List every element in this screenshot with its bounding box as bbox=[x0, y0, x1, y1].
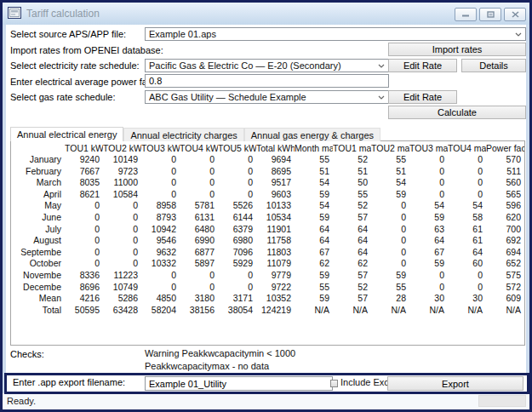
table-cell: 55 bbox=[295, 282, 333, 294]
titlebar[interactable]: Tariff calculation bbox=[3, 3, 529, 25]
table-cell: 67 bbox=[409, 247, 448, 259]
table-row[interactable]: Mean421652864850318031711035259572830306… bbox=[11, 293, 524, 305]
table-cell: 55 bbox=[295, 154, 333, 166]
gas-rate-dropdown[interactable]: ABC Gas Utility — Schedule Example bbox=[145, 90, 389, 104]
table-cell: 0 bbox=[371, 200, 409, 212]
table-cell: 4850 bbox=[141, 293, 180, 305]
table-cell: 38156 bbox=[180, 305, 218, 317]
import-rates-button[interactable]: Import rates bbox=[388, 43, 526, 56]
table-cell: 64 bbox=[333, 235, 371, 247]
table-cell: 10352 bbox=[256, 293, 295, 305]
details-button[interactable]: Details bbox=[461, 59, 526, 72]
table-row[interactable]: June0087936131614410534595705958620 bbox=[11, 212, 524, 224]
edit-gas-rate-button[interactable]: Edit Rate bbox=[388, 90, 457, 104]
table-cell: 52 bbox=[333, 282, 371, 294]
table-cell: 0 bbox=[103, 212, 141, 224]
table-row[interactable]: Total5059563428582043815638054124219N/AN… bbox=[11, 305, 524, 317]
table-cell: 0 bbox=[371, 235, 409, 247]
table-row[interactable]: March803511000000951754505400560 bbox=[11, 177, 524, 189]
export-filename-input[interactable] bbox=[149, 377, 329, 390]
table-cell: 6131 bbox=[180, 212, 218, 224]
table-cell: 8695 bbox=[256, 166, 295, 178]
calculate-button[interactable]: Calculate bbox=[388, 106, 526, 119]
power-factor-field[interactable] bbox=[145, 74, 389, 88]
table-cell: 51 bbox=[295, 166, 333, 178]
table-cell: 59 bbox=[371, 270, 409, 282]
table-header-cell: TOU1 max bbox=[333, 141, 371, 154]
table-row[interactable]: April862110584000960359555900565 bbox=[11, 189, 524, 201]
table-row[interactable]: Septembe0096326877709611803676406764694 bbox=[11, 247, 524, 259]
table-cell: 0 bbox=[409, 189, 448, 201]
table-cell: 11901 bbox=[256, 224, 295, 236]
table-row[interactable]: Decembe869610749000972255525500572 bbox=[11, 282, 524, 294]
electricity-rate-value: Pacific Gas & Electric Co — E-20 (Second… bbox=[149, 60, 375, 71]
table-cell: 0 bbox=[65, 235, 103, 247]
table-cell: 54 bbox=[295, 200, 333, 212]
table-cell: N/A bbox=[333, 305, 371, 317]
table-cell: 620 bbox=[486, 212, 524, 224]
table-row[interactable]: August0095466990698011758646406461692 bbox=[11, 235, 524, 247]
table-header-cell: Power fact bbox=[486, 141, 524, 154]
table-row[interactable]: July00109426480637911901646406361700 bbox=[11, 224, 524, 236]
table-cell: N/A bbox=[448, 305, 486, 317]
tab-annual-gas-energy-charges[interactable]: Annual gas energy & charges bbox=[244, 128, 380, 141]
table-row[interactable]: January924010149000969455525500570 bbox=[11, 154, 524, 166]
table-cell: 10149 bbox=[103, 154, 141, 166]
table-row[interactable]: Novembe833611223000977959575900575 bbox=[11, 270, 524, 282]
table-cell: 3180 bbox=[180, 293, 218, 305]
app-icon bbox=[8, 7, 21, 19]
tab-annual-electrical-energy[interactable]: Annual electrical energy bbox=[10, 127, 123, 141]
source-file-dropdown[interactable]: Example 01.aps bbox=[145, 27, 526, 41]
results-table-box: TOU1 kWhTOU2 kWhTOU3 kWhTOU4 kWhTOU5 kWh… bbox=[10, 140, 525, 346]
table-cell: 11758 bbox=[256, 235, 295, 247]
table-cell: 64 bbox=[333, 224, 371, 236]
table-cell: 0 bbox=[409, 177, 448, 189]
electricity-rate-dropdown[interactable]: Pacific Gas & Electric Co — E-20 (Second… bbox=[145, 59, 389, 72]
table-cell: 8793 bbox=[141, 212, 180, 224]
table-cell: 0 bbox=[409, 166, 448, 178]
table-cell: 9723 bbox=[103, 166, 141, 178]
table-cell: 6990 bbox=[180, 235, 218, 247]
table-header-cell: TOU4 max bbox=[448, 141, 486, 154]
table-cell: 572 bbox=[486, 282, 524, 294]
table-cell: 63 bbox=[409, 224, 448, 236]
table-cell: 0 bbox=[218, 154, 256, 166]
table-cell: 0 bbox=[65, 224, 103, 236]
minimize-button[interactable] bbox=[455, 8, 477, 21]
close-button[interactable] bbox=[504, 8, 526, 21]
maximize-button[interactable] bbox=[479, 8, 501, 21]
include-excel-checkbox[interactable] bbox=[330, 380, 338, 387]
edit-electricity-rate-button[interactable]: Edit Rate bbox=[388, 59, 457, 72]
tab-annual-electricity-charges[interactable]: Annual electricity charges bbox=[123, 128, 243, 141]
table-cell: 9603 bbox=[256, 189, 295, 201]
table-cell: 0 bbox=[371, 224, 409, 236]
table-header-cell: TOU2 max bbox=[371, 141, 409, 154]
table-cell: 0 bbox=[141, 177, 180, 189]
table-cell: 10332 bbox=[141, 258, 180, 270]
table-row[interactable]: February76679723000869551515100511 bbox=[11, 166, 524, 178]
table-cell: 57 bbox=[333, 293, 371, 305]
table-cell: 9722 bbox=[256, 282, 295, 294]
statusbar-panel bbox=[478, 395, 526, 407]
table-cell: 5897 bbox=[180, 258, 218, 270]
table-row[interactable]: October00103325897592911079626205960652 bbox=[11, 258, 524, 270]
export-filename-field[interactable] bbox=[145, 376, 333, 391]
table-cell: 30 bbox=[409, 293, 448, 305]
power-factor-input[interactable] bbox=[149, 75, 385, 87]
export-button[interactable]: Export bbox=[387, 376, 523, 391]
window-controls bbox=[455, 8, 526, 21]
table-cell: 9779 bbox=[256, 270, 295, 282]
table-row[interactable]: May0089585781552610133545205454596 bbox=[11, 200, 524, 212]
table-cell: Septembe bbox=[11, 247, 65, 259]
check-info-line: Peakkwcapacitymax - no data bbox=[145, 361, 269, 371]
status-text: Ready. bbox=[7, 396, 36, 406]
table-cell: 58204 bbox=[141, 305, 180, 317]
table-cell: 59 bbox=[409, 212, 448, 224]
table-cell: 0 bbox=[409, 154, 448, 166]
table-cell: 11223 bbox=[103, 270, 141, 282]
table-cell: 55 bbox=[371, 282, 409, 294]
gas-rate-label: Select gas rate schedule: bbox=[10, 92, 116, 102]
table-cell: January bbox=[11, 154, 65, 166]
table-cell: 54 bbox=[409, 200, 448, 212]
table-cell: 59 bbox=[295, 189, 333, 201]
